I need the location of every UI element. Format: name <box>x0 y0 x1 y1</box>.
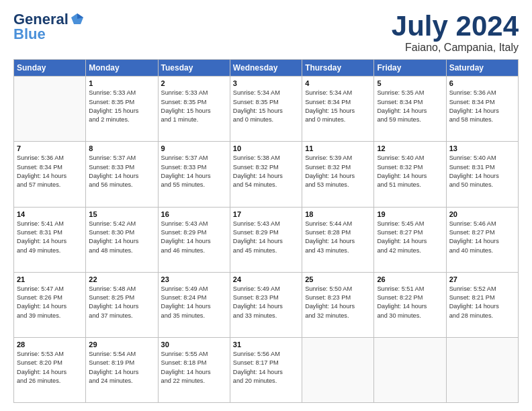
table-row: 3Sunrise: 5:34 AMSunset: 8:35 PMDaylight… <box>230 77 302 142</box>
day-info: Sunrise: 5:39 AMSunset: 8:32 PMDaylight:… <box>305 154 371 189</box>
day-info: Sunrise: 5:37 AMSunset: 8:33 PMDaylight:… <box>89 154 154 189</box>
table-row: 22Sunrise: 5:48 AMSunset: 8:25 PMDayligh… <box>86 272 158 337</box>
calendar-table: Sunday Monday Tuesday Wednesday Thursday… <box>13 59 519 403</box>
table-row: 26Sunrise: 5:51 AMSunset: 8:22 PMDayligh… <box>374 272 446 337</box>
month-title: July 2024 <box>392 11 519 42</box>
day-info: Sunrise: 5:35 AMSunset: 8:34 PMDaylight:… <box>377 89 443 124</box>
table-row: 20Sunrise: 5:46 AMSunset: 8:27 PMDayligh… <box>446 207 518 272</box>
day-number: 9 <box>161 144 227 152</box>
day-number: 10 <box>233 144 299 152</box>
table-row: 24Sunrise: 5:49 AMSunset: 8:23 PMDayligh… <box>230 272 302 337</box>
day-number: 28 <box>17 340 83 349</box>
day-number: 4 <box>305 79 371 87</box>
day-info: Sunrise: 5:49 AMSunset: 8:24 PMDaylight:… <box>161 285 227 320</box>
table-row: 10Sunrise: 5:38 AMSunset: 8:32 PMDayligh… <box>230 142 302 207</box>
day-info: Sunrise: 5:43 AMSunset: 8:29 PMDaylight:… <box>161 220 227 255</box>
day-number: 21 <box>17 275 83 283</box>
table-row: 27Sunrise: 5:52 AMSunset: 8:21 PMDayligh… <box>446 272 518 337</box>
day-number: 15 <box>89 210 154 218</box>
day-info: Sunrise: 5:45 AMSunset: 8:27 PMDaylight:… <box>377 220 443 255</box>
day-number: 19 <box>377 210 443 218</box>
table-row: 9Sunrise: 5:37 AMSunset: 8:33 PMDaylight… <box>158 142 230 207</box>
table-row: 28Sunrise: 5:53 AMSunset: 8:20 PMDayligh… <box>14 337 86 402</box>
table-row: 13Sunrise: 5:40 AMSunset: 8:31 PMDayligh… <box>446 142 518 207</box>
calendar-week-row: 1Sunrise: 5:33 AMSunset: 8:35 PMDaylight… <box>14 77 519 142</box>
table-row <box>446 337 518 402</box>
logo: General Blue <box>13 11 85 43</box>
day-info: Sunrise: 5:54 AMSunset: 8:19 PMDaylight:… <box>89 350 154 385</box>
table-row: 11Sunrise: 5:39 AMSunset: 8:32 PMDayligh… <box>302 142 374 207</box>
table-row: 15Sunrise: 5:42 AMSunset: 8:30 PMDayligh… <box>86 207 158 272</box>
header: General Blue July 2024 Faiano, Campania,… <box>13 11 519 54</box>
day-number: 12 <box>377 144 443 152</box>
day-number: 8 <box>89 144 154 152</box>
table-row: 29Sunrise: 5:54 AMSunset: 8:19 PMDayligh… <box>86 337 158 402</box>
header-sunday: Sunday <box>14 60 86 77</box>
day-info: Sunrise: 5:33 AMSunset: 8:35 PMDaylight:… <box>89 89 154 124</box>
day-number: 6 <box>449 79 515 87</box>
day-number: 26 <box>377 275 443 283</box>
day-number: 1 <box>89 79 154 87</box>
table-row: 12Sunrise: 5:40 AMSunset: 8:32 PMDayligh… <box>374 142 446 207</box>
calendar-week-row: 21Sunrise: 5:47 AMSunset: 8:26 PMDayligh… <box>14 272 519 337</box>
day-number: 16 <box>161 210 227 218</box>
day-info: Sunrise: 5:36 AMSunset: 8:34 PMDaylight:… <box>449 89 515 124</box>
table-row: 7Sunrise: 5:36 AMSunset: 8:34 PMDaylight… <box>14 142 86 207</box>
table-row <box>14 77 86 142</box>
day-number: 14 <box>17 210 83 218</box>
table-row: 8Sunrise: 5:37 AMSunset: 8:33 PMDaylight… <box>86 142 158 207</box>
calendar-header-row: Sunday Monday Tuesday Wednesday Thursday… <box>14 60 519 77</box>
header-wednesday: Wednesday <box>230 60 302 77</box>
day-number: 27 <box>449 275 515 283</box>
day-number: 2 <box>161 79 227 87</box>
table-row <box>302 337 374 402</box>
calendar-week-row: 28Sunrise: 5:53 AMSunset: 8:20 PMDayligh… <box>14 337 519 402</box>
table-row: 16Sunrise: 5:43 AMSunset: 8:29 PMDayligh… <box>158 207 230 272</box>
header-monday: Monday <box>86 60 158 77</box>
day-number: 24 <box>233 275 299 283</box>
header-saturday: Saturday <box>446 60 518 77</box>
table-row: 25Sunrise: 5:50 AMSunset: 8:23 PMDayligh… <box>302 272 374 337</box>
header-tuesday: Tuesday <box>158 60 230 77</box>
calendar-week-row: 14Sunrise: 5:41 AMSunset: 8:31 PMDayligh… <box>14 207 519 272</box>
day-number: 17 <box>233 210 299 218</box>
table-row: 31Sunrise: 5:56 AMSunset: 8:17 PMDayligh… <box>230 337 302 402</box>
day-info: Sunrise: 5:48 AMSunset: 8:25 PMDaylight:… <box>89 285 154 320</box>
table-row: 4Sunrise: 5:34 AMSunset: 8:34 PMDaylight… <box>302 77 374 142</box>
day-info: Sunrise: 5:43 AMSunset: 8:29 PMDaylight:… <box>233 220 299 255</box>
day-info: Sunrise: 5:51 AMSunset: 8:22 PMDaylight:… <box>377 285 443 320</box>
table-row: 14Sunrise: 5:41 AMSunset: 8:31 PMDayligh… <box>14 207 86 272</box>
day-info: Sunrise: 5:47 AMSunset: 8:26 PMDaylight:… <box>17 285 83 320</box>
day-info: Sunrise: 5:46 AMSunset: 8:27 PMDaylight:… <box>449 220 515 255</box>
day-info: Sunrise: 5:42 AMSunset: 8:30 PMDaylight:… <box>89 220 154 255</box>
day-info: Sunrise: 5:36 AMSunset: 8:34 PMDaylight:… <box>17 154 83 189</box>
day-number: 13 <box>449 144 515 152</box>
day-number: 29 <box>89 340 154 349</box>
day-info: Sunrise: 5:50 AMSunset: 8:23 PMDaylight:… <box>305 285 371 320</box>
day-info: Sunrise: 5:34 AMSunset: 8:35 PMDaylight:… <box>233 89 299 124</box>
day-info: Sunrise: 5:41 AMSunset: 8:31 PMDaylight:… <box>17 220 83 255</box>
table-row: 2Sunrise: 5:33 AMSunset: 8:35 PMDaylight… <box>158 77 230 142</box>
location-subtitle: Faiano, Campania, Italy <box>392 42 519 54</box>
calendar-week-row: 7Sunrise: 5:36 AMSunset: 8:34 PMDaylight… <box>14 142 519 207</box>
day-number: 31 <box>233 340 299 349</box>
table-row: 21Sunrise: 5:47 AMSunset: 8:26 PMDayligh… <box>14 272 86 337</box>
page: General Blue July 2024 Faiano, Campania,… <box>0 0 532 411</box>
day-number: 7 <box>17 144 83 152</box>
table-row: 6Sunrise: 5:36 AMSunset: 8:34 PMDaylight… <box>446 77 518 142</box>
day-number: 30 <box>161 340 227 349</box>
day-info: Sunrise: 5:53 AMSunset: 8:20 PMDaylight:… <box>17 350 83 385</box>
day-info: Sunrise: 5:44 AMSunset: 8:28 PMDaylight:… <box>305 220 371 255</box>
day-info: Sunrise: 5:38 AMSunset: 8:32 PMDaylight:… <box>233 154 299 189</box>
day-info: Sunrise: 5:56 AMSunset: 8:17 PMDaylight:… <box>233 350 299 385</box>
day-info: Sunrise: 5:52 AMSunset: 8:21 PMDaylight:… <box>449 285 515 320</box>
day-number: 11 <box>305 144 371 152</box>
table-row: 19Sunrise: 5:45 AMSunset: 8:27 PMDayligh… <box>374 207 446 272</box>
table-row: 5Sunrise: 5:35 AMSunset: 8:34 PMDaylight… <box>374 77 446 142</box>
header-friday: Friday <box>374 60 446 77</box>
day-info: Sunrise: 5:40 AMSunset: 8:31 PMDaylight:… <box>449 154 515 189</box>
day-number: 3 <box>233 79 299 87</box>
table-row: 23Sunrise: 5:49 AMSunset: 8:24 PMDayligh… <box>158 272 230 337</box>
day-number: 18 <box>305 210 371 218</box>
day-info: Sunrise: 5:55 AMSunset: 8:18 PMDaylight:… <box>161 350 227 385</box>
